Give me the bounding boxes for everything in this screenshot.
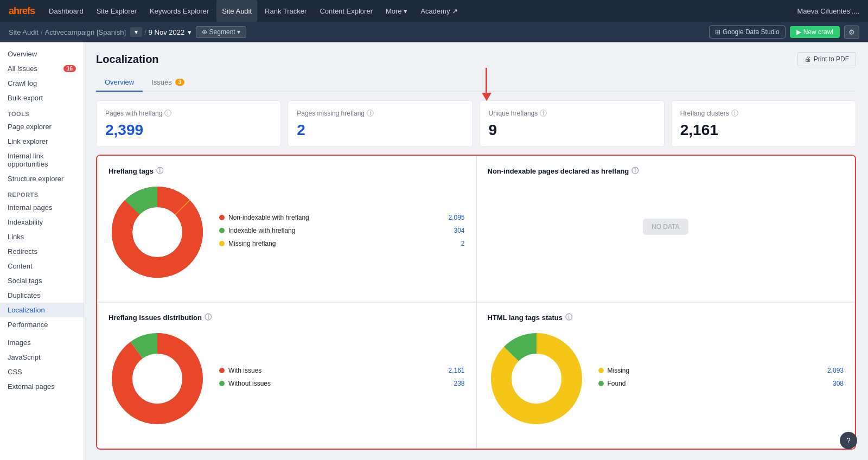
sidebar-item-localization[interactable]: Localization xyxy=(0,303,84,317)
legend-item-found-lang: Found 308 xyxy=(598,380,844,387)
page-title: Localization xyxy=(96,53,159,66)
info-icon-html-lang[interactable]: ⓘ xyxy=(565,312,572,322)
no-data-placeholder-area: NO DATA xyxy=(488,183,844,270)
chart-html-lang: HTML lang tags status ⓘ xyxy=(476,302,856,449)
help-button[interactable]: ? xyxy=(840,432,857,449)
breadcrumb-date-dropdown[interactable]: ▾ xyxy=(188,28,192,36)
stat-value-hreflang-clusters: 2,161 xyxy=(680,122,847,139)
nav-keywords-explorer[interactable]: Keywords Explorer xyxy=(144,0,214,22)
nav-dashboard[interactable]: Dashboard xyxy=(43,0,89,22)
reports-section-label: Reports xyxy=(0,186,84,200)
legend-item-missing-lang: Missing 2,093 xyxy=(598,367,844,374)
sidebar-item-internal-link-opportunities[interactable]: Internal link opportunities xyxy=(0,149,84,171)
nav-user[interactable]: Maeva Cifuentes'.... xyxy=(797,7,859,15)
sidebar-item-javascript[interactable]: JavaScript xyxy=(0,350,84,365)
legend-hreflang-issues: With issues 2,161 Without issues 238 xyxy=(219,367,465,393)
legend-value-without-issues[interactable]: 238 xyxy=(454,380,464,387)
sidebar-item-social-tags[interactable]: Social tags xyxy=(0,273,84,288)
nav-more[interactable]: More ▾ xyxy=(380,0,413,22)
info-icon-hreflang-issues[interactable]: ⓘ xyxy=(205,312,212,322)
legend-value-indexable[interactable]: 304 xyxy=(454,227,464,234)
stat-value-pages-with-hreflang: 2,399 xyxy=(105,122,272,139)
legend-hreflang-tags: Non-indexable with hreflang 2,095 Indexa… xyxy=(219,214,465,253)
nav-rank-tracker[interactable]: Rank Tracker xyxy=(259,0,312,22)
legend-value-non-indexable[interactable]: 2,095 xyxy=(448,214,464,221)
sidebar-item-redirects[interactable]: Redirects xyxy=(0,244,84,259)
legend-dot-with-issues xyxy=(219,368,225,373)
info-icon-pages-missing-hreflang[interactable]: ⓘ xyxy=(367,108,374,118)
info-icon-hreflang-clusters[interactable]: ⓘ xyxy=(731,108,738,118)
sidebar: Overview All issues 16 Crawl log Bulk ex… xyxy=(0,42,84,460)
stat-hreflang-clusters: Hreflang clusters ⓘ 2,161 xyxy=(671,100,856,147)
chart-hreflang-issues: Hreflang issues distribution ⓘ xyxy=(97,302,476,449)
sidebar-item-page-explorer[interactable]: Page explorer xyxy=(0,119,84,134)
legend-value-missing-hreflang[interactable]: 2 xyxy=(461,240,465,247)
chart-hreflang-issues-content: With issues 2,161 Without issues 238 xyxy=(108,330,465,429)
info-icon-unique-hreflangs[interactable]: ⓘ xyxy=(540,108,547,118)
sidebar-item-bulk-export[interactable]: Bulk export xyxy=(0,91,84,105)
breadcrumb-date[interactable]: 9 Nov 2022 xyxy=(149,28,185,36)
stat-unique-hreflangs: Unique hreflangs ⓘ 9 xyxy=(480,100,665,147)
info-icon-pages-with-hreflang[interactable]: ⓘ xyxy=(164,108,171,118)
sidebar-item-duplicates[interactable]: Duplicates xyxy=(0,288,84,303)
chart-non-indexable: Non-indexable pages declared as hreflang… xyxy=(476,156,856,302)
breadcrumb-project[interactable]: Activecampaign [Spanish] xyxy=(45,28,126,36)
sidebar-item-crawl-log[interactable]: Crawl log xyxy=(0,76,84,91)
legend-dot-found-lang xyxy=(598,381,604,386)
sidebar-item-structure-explorer[interactable]: Structure explorer xyxy=(0,171,84,186)
svg-point-7 xyxy=(133,355,181,403)
info-icon-non-indexable[interactable]: ⓘ xyxy=(631,166,639,176)
new-crawl-button[interactable]: ▶ New crawl xyxy=(790,26,840,38)
nav-content-explorer[interactable]: Content Explorer xyxy=(314,0,378,22)
stat-pages-missing-hreflang: Pages missing hreflang ⓘ 2 xyxy=(288,100,473,147)
donut-hreflang-tags xyxy=(108,183,206,283)
legend-dot-missing-lang xyxy=(598,368,604,373)
google-data-studio-button[interactable]: ⊞ Google Data Studio xyxy=(709,25,786,39)
sidebar-item-images[interactable]: Images xyxy=(0,335,84,350)
segment-button[interactable]: ⊕ Segment ▾ xyxy=(196,26,246,38)
legend-item-indexable: Indexable with hreflang 304 xyxy=(219,227,465,234)
info-icon-hreflang-tags[interactable]: ⓘ xyxy=(156,166,163,176)
svg-point-10 xyxy=(513,355,560,403)
sidebar-item-css[interactable]: CSS xyxy=(0,365,84,379)
play-icon: ▶ xyxy=(796,28,801,36)
sidebar-item-overview[interactable]: Overview xyxy=(0,47,84,61)
sidebar-item-performance[interactable]: Performance xyxy=(0,317,84,332)
print-icon: 🖨 xyxy=(805,55,811,63)
legend-item-with-issues: With issues 2,161 xyxy=(219,367,465,374)
print-to-pdf-button[interactable]: 🖨 Print to PDF xyxy=(797,52,856,66)
arrow-indicator xyxy=(482,68,492,101)
chart-html-lang-title: HTML lang tags status ⓘ xyxy=(488,312,844,322)
no-data-message: NO DATA xyxy=(643,219,688,235)
chart-hreflang-issues-title: Hreflang issues distribution ⓘ xyxy=(108,312,465,322)
stat-label-hreflang-clusters: Hreflang clusters ⓘ xyxy=(680,108,847,118)
legend-dot-non-indexable xyxy=(219,215,225,220)
tab-overview[interactable]: Overview xyxy=(96,74,143,92)
legend-value-with-issues[interactable]: 2,161 xyxy=(448,367,464,374)
breadcrumb: Site Audit / Activecampaign [Spanish] ▾ … xyxy=(9,27,192,37)
sidebar-item-links[interactable]: Links xyxy=(0,229,84,244)
legend-value-found-lang[interactable]: 308 xyxy=(833,380,844,387)
top-navigation: ahrefs Dashboard Site Explorer Keywords … xyxy=(0,0,868,22)
sidebar-item-indexability[interactable]: Indexability xyxy=(0,215,84,229)
sidebar-item-external-pages[interactable]: External pages xyxy=(0,379,84,394)
legend-dot-indexable xyxy=(219,228,225,233)
ahrefs-logo: ahrefs xyxy=(9,5,35,17)
sidebar-item-all-issues[interactable]: All issues 16 xyxy=(0,61,84,76)
nav-academy[interactable]: Academy ↗ xyxy=(415,0,463,22)
sidebar-item-internal-pages[interactable]: Internal pages xyxy=(0,200,84,215)
breadcrumb-site-audit[interactable]: Site Audit xyxy=(9,28,39,36)
tabs-bar: Overview Issues 3 xyxy=(96,74,856,92)
nav-site-explorer[interactable]: Site Explorer xyxy=(91,0,142,22)
tab-issues[interactable]: Issues 3 xyxy=(143,74,193,92)
chart-icon: ⊞ xyxy=(715,28,720,36)
settings-button[interactable]: ⚙ xyxy=(844,25,859,39)
legend-value-missing-lang[interactable]: 2,093 xyxy=(827,367,844,374)
stat-pages-with-hreflang: Pages with hreflang ⓘ 2,399 xyxy=(96,100,281,147)
nav-site-audit[interactable]: Site Audit xyxy=(216,0,257,22)
project-dropdown[interactable]: ▾ xyxy=(130,27,142,37)
sidebar-item-link-explorer[interactable]: Link explorer xyxy=(0,134,84,149)
legend-item-missing-hreflang: Missing hreflang 2 xyxy=(219,240,465,247)
chart-hreflang-tags-title: Hreflang tags ⓘ xyxy=(108,166,465,176)
sidebar-item-content[interactable]: Content xyxy=(0,259,84,273)
